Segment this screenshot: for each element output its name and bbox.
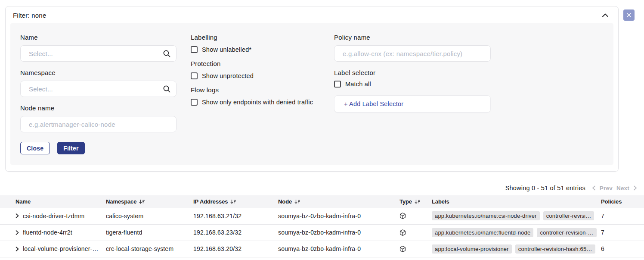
show-unlabelled-label: Show unlabelled* — [202, 46, 251, 53]
name-field-label: Name — [20, 34, 176, 41]
sort-icon[interactable] — [294, 199, 300, 204]
column-label: Namespace — [106, 198, 136, 205]
endpoint-node: soumya-bz-0zbo-kadm-infra-0 — [278, 224, 399, 241]
expand-row-chevron-icon[interactable] — [14, 213, 20, 219]
policies-count: 7 — [601, 224, 644, 241]
column-header-labels: Labels — [432, 195, 601, 208]
endpoint-namespace: tigera-prometheus — [106, 257, 193, 260]
workload-endpoint-icon — [399, 247, 406, 254]
endpoints-table: NameNamespaceIP AddressesNodeTypeLabelsP… — [0, 195, 644, 260]
match-all-checkbox-row[interactable]: Match all — [334, 81, 491, 88]
endpoint-namespace: calico-system — [106, 208, 193, 224]
name-select-input[interactable] — [20, 45, 176, 62]
denied-traffic-checkbox-row[interactable]: Show only endpoints with denied traffic — [191, 99, 320, 106]
close-icon — [626, 13, 632, 18]
policy-name-input[interactable] — [334, 45, 491, 62]
show-unprotected-checkbox[interactable] — [191, 72, 198, 79]
label-chip: app.kubernetes.io/name:csi-node-driver — [432, 211, 540, 220]
column-label: Node — [278, 198, 292, 205]
table-row: local-volume-provisioner-…crc-local-stor… — [0, 241, 644, 257]
policy-name-field-label: Policy name — [334, 34, 491, 41]
filter-panel: Filter: none Name Namespace — [5, 6, 619, 172]
flow-logs-section-title: Flow logs — [191, 86, 320, 94]
column-header-policies: Policies — [601, 195, 644, 208]
filter-column-middle: Labelling Show unlabelled* Protection Sh… — [191, 34, 320, 154]
protection-section-title: Protection — [191, 60, 320, 67]
node-name-input-wrap — [20, 116, 176, 132]
table-row: csi-node-driver-tzdmmcalico-system192.16… — [0, 208, 644, 224]
prev-page-link[interactable]: Prev — [600, 185, 613, 191]
column-label: IP Addresses — [193, 198, 228, 205]
column-header-name: Name — [0, 195, 106, 208]
endpoint-ip: 192.168.63.21/32 — [193, 208, 278, 224]
filter-form: Name Namespace Node name — [10, 23, 613, 165]
filter-panel-header: Filter: none — [6, 6, 618, 23]
labelling-section: Labelling Show unlabelled* — [191, 34, 320, 53]
column-label: Policies — [601, 198, 622, 205]
table-header-row: NameNamespaceIP AddressesNodeTypeLabelsP… — [0, 195, 644, 208]
expand-row-chevron-icon[interactable] — [14, 246, 20, 252]
namespace-select-input[interactable] — [20, 81, 176, 97]
endpoint-ip: 192.168.63.24/32 — [193, 257, 278, 260]
endpoint-node: soumya-bz-0zbo-kadm-infra-0 — [278, 257, 399, 260]
label-chip: controller-revision-hash:65… — [515, 244, 595, 254]
next-page-chevron-icon[interactable] — [633, 185, 637, 191]
policies-count: 7 — [601, 208, 644, 224]
show-unprotected-checkbox-row[interactable]: Show unprotected — [191, 72, 320, 79]
labelling-section-title: Labelling — [191, 34, 320, 41]
endpoint-name: csi-node-driver-tzdmm — [23, 213, 84, 219]
next-page-link[interactable]: Next — [616, 185, 629, 191]
column-label: Name — [15, 198, 31, 205]
filter-panel-title: Filter: none — [13, 12, 46, 19]
endpoint-name: local-volume-provisioner-… — [23, 245, 99, 252]
column-header-type[interactable]: Type — [399, 195, 432, 208]
close-button[interactable]: Close — [20, 142, 50, 154]
show-unlabelled-checkbox[interactable] — [191, 46, 198, 53]
dismiss-filter-panel-button[interactable] — [623, 9, 635, 21]
endpoint-node: soumya-bz-0zbo-kadm-infra-0 — [278, 208, 399, 224]
match-all-checkbox[interactable] — [334, 81, 341, 88]
sort-icon[interactable] — [415, 199, 421, 204]
chevron-up-icon — [602, 13, 609, 19]
sort-icon[interactable] — [230, 199, 236, 204]
endpoint-ip: 192.168.63.23/32 — [193, 224, 278, 241]
label-selector-section-title: Label selector — [334, 69, 491, 76]
collapse-filter-button[interactable] — [601, 12, 610, 19]
label-chip: app:local-volume-provisioner — [432, 244, 512, 254]
protection-section: Protection Show unprotected — [191, 60, 320, 79]
filter-button[interactable]: Filter — [57, 142, 84, 154]
workload-endpoint-icon — [399, 230, 406, 237]
namespace-field-label: Namespace — [20, 69, 176, 76]
label-chip: app.kubernetes.io/name:fluentd-node — [432, 228, 533, 237]
endpoint-namespace: tigera-fluentd — [106, 224, 193, 241]
match-all-label: Match all — [345, 81, 371, 88]
show-unprotected-label: Show unprotected — [202, 72, 254, 79]
workload-endpoint-icon — [399, 213, 406, 220]
pagination-bar: Showing 0 - 51 of 51 entries Prev Next — [0, 172, 644, 195]
filter-column-left: Name Namespace Node name — [20, 34, 176, 154]
sort-icon[interactable] — [139, 199, 145, 204]
denied-traffic-checkbox[interactable] — [191, 99, 198, 106]
show-unlabelled-checkbox-row[interactable]: Show unlabelled* — [191, 46, 320, 53]
filter-column-right: Policy name Label selector Match all + A… — [334, 34, 491, 154]
denied-traffic-label: Show only endpoints with denied traffic — [202, 99, 313, 106]
column-header-namespace[interactable]: Namespace — [106, 195, 193, 208]
entries-summary: Showing 0 - 51 of 51 entries — [505, 185, 585, 191]
expand-row-chevron-icon[interactable] — [14, 230, 20, 235]
column-header-ip[interactable]: IP Addresses — [193, 195, 278, 208]
endpoint-node: soumya-bz-0zbo-kadm-infra-0 — [278, 241, 399, 257]
policies-count: 8 — [601, 257, 644, 260]
name-select-wrap — [20, 45, 176, 62]
prev-page-chevron-icon[interactable] — [592, 185, 596, 191]
endpoint-ip: 192.168.63.20/32 — [193, 241, 278, 257]
label-chip: controller-revisi… — [543, 211, 594, 220]
namespace-select-wrap — [20, 81, 176, 97]
node-name-field-label: Node name — [20, 104, 176, 112]
filter-panel-region: Filter: none Name Namespace — [0, 0, 644, 172]
column-label: Labels — [432, 198, 449, 205]
label-chip: controller-revision-… — [537, 228, 596, 237]
node-name-input[interactable] — [20, 116, 176, 132]
add-label-selector-button[interactable]: + Add Label Selector — [334, 95, 491, 113]
filter-actions: Close Filter — [20, 142, 176, 154]
column-header-node[interactable]: Node — [278, 195, 399, 208]
